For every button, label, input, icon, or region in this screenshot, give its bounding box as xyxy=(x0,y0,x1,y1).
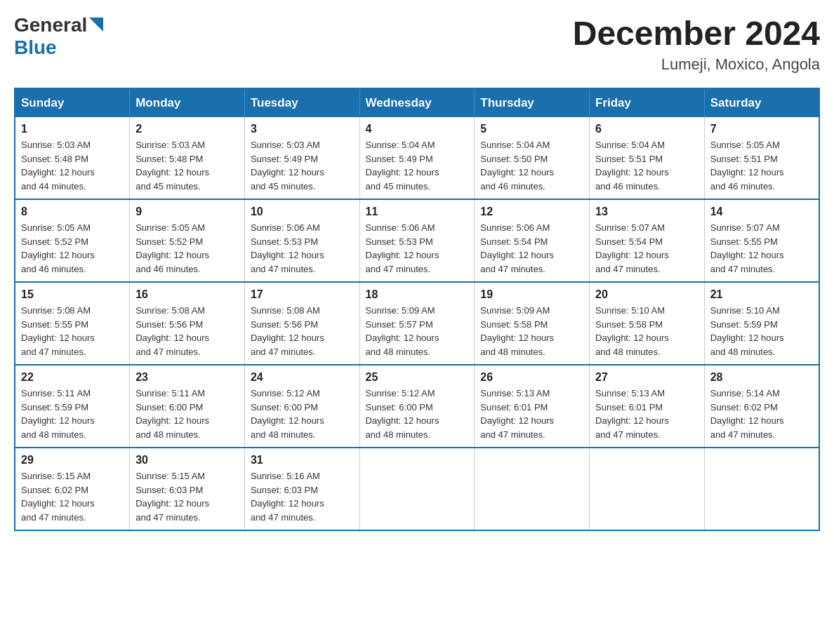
calendar-cell: 22 Sunrise: 5:11 AM Sunset: 5:59 PM Dayl… xyxy=(15,365,130,448)
day-info: Sunrise: 5:08 AM Sunset: 5:56 PM Dayligh… xyxy=(135,304,239,358)
day-info: Sunrise: 5:14 AM Sunset: 6:02 PM Dayligh… xyxy=(710,387,813,441)
day-number: 31 xyxy=(251,454,354,467)
day-info: Sunrise: 5:12 AM Sunset: 6:00 PM Dayligh… xyxy=(366,387,469,441)
calendar-cell: 10 Sunrise: 5:06 AM Sunset: 5:53 PM Dayl… xyxy=(244,199,359,282)
day-info: Sunrise: 5:13 AM Sunset: 6:01 PM Dayligh… xyxy=(480,387,583,441)
calendar-cell: 6 Sunrise: 5:04 AM Sunset: 5:51 PM Dayli… xyxy=(590,117,705,199)
calendar-cell: 7 Sunrise: 5:05 AM Sunset: 5:51 PM Dayli… xyxy=(704,117,819,199)
calendar-week-row-5: 29 Sunrise: 5:15 AM Sunset: 6:02 PM Dayl… xyxy=(15,448,819,530)
day-info: Sunrise: 5:06 AM Sunset: 5:53 PM Dayligh… xyxy=(251,221,354,276)
weekday-header-tuesday: Tuesday xyxy=(244,88,359,117)
logo-general-text: General xyxy=(14,14,87,36)
logo-wrapper: General Blue xyxy=(14,14,103,59)
day-number: 30 xyxy=(135,454,239,467)
day-info: Sunrise: 5:05 AM Sunset: 5:52 PM Dayligh… xyxy=(21,221,124,276)
calendar-cell: 5 Sunrise: 5:04 AM Sunset: 5:50 PM Dayli… xyxy=(475,117,590,199)
day-number: 25 xyxy=(366,371,469,384)
day-info: Sunrise: 5:04 AM Sunset: 5:50 PM Dayligh… xyxy=(480,138,583,193)
day-number: 2 xyxy=(135,123,239,135)
day-number: 16 xyxy=(135,288,239,301)
calendar-week-row-4: 22 Sunrise: 5:11 AM Sunset: 5:59 PM Dayl… xyxy=(15,365,819,448)
day-info: Sunrise: 5:03 AM Sunset: 5:48 PM Dayligh… xyxy=(21,138,124,193)
day-info: Sunrise: 5:03 AM Sunset: 5:48 PM Dayligh… xyxy=(135,138,239,193)
calendar-cell: 3 Sunrise: 5:03 AM Sunset: 5:49 PM Dayli… xyxy=(244,117,359,199)
day-number: 14 xyxy=(710,206,813,218)
calendar-cell: 12 Sunrise: 5:06 AM Sunset: 5:54 PM Dayl… xyxy=(475,199,590,282)
day-number: 4 xyxy=(366,123,469,135)
calendar-cell: 2 Sunrise: 5:03 AM Sunset: 5:48 PM Dayli… xyxy=(130,117,245,199)
logo-blue-label: Blue xyxy=(14,36,57,58)
day-number: 9 xyxy=(135,206,239,218)
calendar-cell: 17 Sunrise: 5:08 AM Sunset: 5:56 PM Dayl… xyxy=(244,282,359,365)
calendar-cell: 20 Sunrise: 5:10 AM Sunset: 5:58 PM Dayl… xyxy=(590,282,705,365)
calendar-cell: 9 Sunrise: 5:05 AM Sunset: 5:52 PM Dayli… xyxy=(130,199,245,282)
weekday-header-row: SundayMondayTuesdayWednesdayThursdayFrid… xyxy=(15,88,819,117)
day-info: Sunrise: 5:09 AM Sunset: 5:58 PM Dayligh… xyxy=(480,304,583,358)
day-info: Sunrise: 5:10 AM Sunset: 5:59 PM Dayligh… xyxy=(710,304,813,358)
day-number: 1 xyxy=(21,123,124,135)
day-number: 15 xyxy=(21,288,124,301)
calendar-cell: 13 Sunrise: 5:07 AM Sunset: 5:54 PM Dayl… xyxy=(590,199,705,282)
calendar-cell: 28 Sunrise: 5:14 AM Sunset: 6:02 PM Dayl… xyxy=(704,365,819,448)
day-number: 8 xyxy=(21,206,124,218)
calendar-cell: 19 Sunrise: 5:09 AM Sunset: 5:58 PM Dayl… xyxy=(475,282,590,365)
logo-blue-text: Blue xyxy=(14,36,103,59)
calendar-cell: 23 Sunrise: 5:11 AM Sunset: 6:00 PM Dayl… xyxy=(130,365,245,448)
day-info: Sunrise: 5:16 AM Sunset: 6:03 PM Dayligh… xyxy=(251,469,354,524)
day-number: 6 xyxy=(595,123,699,135)
day-info: Sunrise: 5:12 AM Sunset: 6:00 PM Dayligh… xyxy=(251,387,354,441)
day-info: Sunrise: 5:13 AM Sunset: 6:01 PM Dayligh… xyxy=(595,387,699,441)
calendar-cell: 15 Sunrise: 5:08 AM Sunset: 5:55 PM Dayl… xyxy=(15,282,130,365)
day-info: Sunrise: 5:09 AM Sunset: 5:57 PM Dayligh… xyxy=(366,304,469,358)
calendar-cell: 27 Sunrise: 5:13 AM Sunset: 6:01 PM Dayl… xyxy=(590,365,705,448)
day-info: Sunrise: 5:07 AM Sunset: 5:55 PM Dayligh… xyxy=(710,221,813,276)
calendar-cell: 1 Sunrise: 5:03 AM Sunset: 5:48 PM Dayli… xyxy=(15,117,130,199)
day-info: Sunrise: 5:11 AM Sunset: 6:00 PM Dayligh… xyxy=(135,387,239,441)
day-info: Sunrise: 5:10 AM Sunset: 5:58 PM Dayligh… xyxy=(595,304,699,358)
day-info: Sunrise: 5:08 AM Sunset: 5:55 PM Dayligh… xyxy=(21,304,124,358)
calendar-cell: 18 Sunrise: 5:09 AM Sunset: 5:57 PM Dayl… xyxy=(359,282,475,365)
day-info: Sunrise: 5:15 AM Sunset: 6:02 PM Dayligh… xyxy=(21,469,124,524)
calendar-cell: 26 Sunrise: 5:13 AM Sunset: 6:01 PM Dayl… xyxy=(475,365,590,448)
day-number: 10 xyxy=(251,206,354,218)
calendar-week-row-3: 15 Sunrise: 5:08 AM Sunset: 5:55 PM Dayl… xyxy=(15,282,819,365)
calendar-cell: 14 Sunrise: 5:07 AM Sunset: 5:55 PM Dayl… xyxy=(704,199,819,282)
calendar-cell: 16 Sunrise: 5:08 AM Sunset: 5:56 PM Dayl… xyxy=(130,282,245,365)
day-number: 21 xyxy=(710,288,813,301)
day-info: Sunrise: 5:15 AM Sunset: 6:03 PM Dayligh… xyxy=(135,469,239,524)
svg-marker-0 xyxy=(89,18,103,32)
day-number: 23 xyxy=(135,371,239,384)
location-subtitle: Lumeji, Moxico, Angola xyxy=(573,55,820,74)
day-number: 12 xyxy=(480,206,583,218)
day-number: 26 xyxy=(480,371,583,384)
calendar-cell xyxy=(475,448,590,530)
calendar-cell: 29 Sunrise: 5:15 AM Sunset: 6:02 PM Dayl… xyxy=(15,448,130,530)
calendar-table: SundayMondayTuesdayWednesdayThursdayFrid… xyxy=(14,88,820,531)
day-info: Sunrise: 5:05 AM Sunset: 5:51 PM Dayligh… xyxy=(710,138,813,193)
calendar-week-row-2: 8 Sunrise: 5:05 AM Sunset: 5:52 PM Dayli… xyxy=(15,199,819,282)
day-number: 27 xyxy=(595,371,699,384)
day-info: Sunrise: 5:08 AM Sunset: 5:56 PM Dayligh… xyxy=(251,304,354,358)
calendar-cell xyxy=(359,448,475,530)
calendar-week-row-1: 1 Sunrise: 5:03 AM Sunset: 5:48 PM Dayli… xyxy=(15,117,819,199)
calendar-cell: 24 Sunrise: 5:12 AM Sunset: 6:00 PM Dayl… xyxy=(244,365,359,448)
day-number: 24 xyxy=(251,371,354,384)
day-info: Sunrise: 5:06 AM Sunset: 5:53 PM Dayligh… xyxy=(366,221,469,276)
day-info: Sunrise: 5:11 AM Sunset: 5:59 PM Dayligh… xyxy=(21,387,124,441)
weekday-header-friday: Friday xyxy=(590,88,705,117)
page-header: General Blue December 2024 Lumeji, Moxic… xyxy=(14,14,820,74)
month-title: December 2024 xyxy=(573,14,820,53)
calendar-cell: 30 Sunrise: 5:15 AM Sunset: 6:03 PM Dayl… xyxy=(130,448,245,530)
day-number: 7 xyxy=(710,123,813,135)
weekday-header-monday: Monday xyxy=(130,88,245,117)
logo-line1: General xyxy=(14,14,103,36)
day-number: 18 xyxy=(366,288,469,301)
day-info: Sunrise: 5:04 AM Sunset: 5:49 PM Dayligh… xyxy=(366,138,469,193)
calendar-cell: 8 Sunrise: 5:05 AM Sunset: 5:52 PM Dayli… xyxy=(15,199,130,282)
day-number: 28 xyxy=(710,371,813,384)
day-number: 22 xyxy=(21,371,124,384)
calendar-cell: 4 Sunrise: 5:04 AM Sunset: 5:49 PM Dayli… xyxy=(359,117,475,199)
weekday-header-sunday: Sunday xyxy=(15,88,130,117)
logo: General Blue xyxy=(14,14,103,59)
weekday-header-wednesday: Wednesday xyxy=(359,88,475,117)
